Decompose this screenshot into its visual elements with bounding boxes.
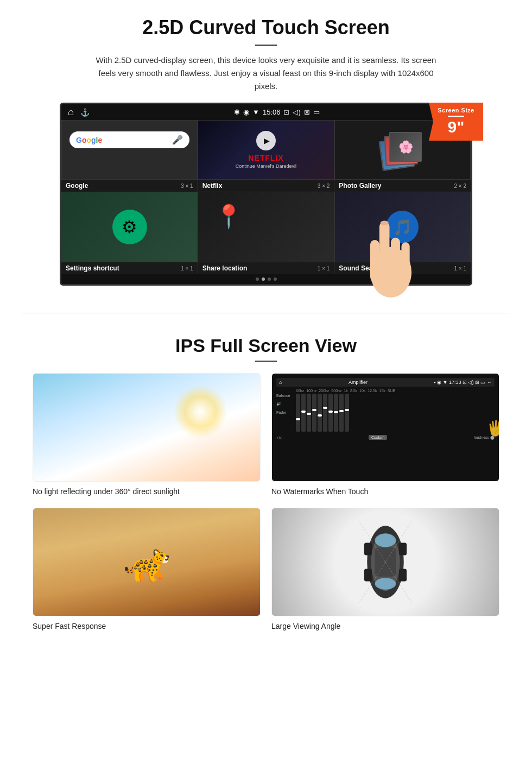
- settings-wrap: ⚙: [62, 192, 197, 262]
- app-row-2: ⚙ 📍 🎵: [61, 192, 471, 262]
- google-label-cell: Google 3 × 1: [61, 180, 198, 192]
- app-labels-row-1: Google 3 × 1 Netflix 3 × 2 Photo Gallery…: [61, 180, 471, 192]
- svg-rect-11: [364, 542, 372, 555]
- amplifier-image: ⌂ Amplifier ▪ ◉ ▼ 17:33 ⊡ ◁) ⊠ ▭ ← 60hz1…: [271, 373, 499, 482]
- page-divider: [22, 313, 510, 313]
- cheetah-caption: Super Fast Response: [33, 621, 261, 632]
- cheetah-visual: 🐆: [33, 508, 260, 616]
- sun-glow: [173, 384, 227, 439]
- amp-back: ◁◁: [276, 436, 282, 440]
- svg-point-8: [375, 534, 396, 547]
- amp-icons: ▪ ◉ ▼ 17:33 ⊡ ◁) ⊠ ▭ ←: [434, 380, 492, 385]
- feature-grid: No light reflecting under 360° direct su…: [33, 373, 499, 632]
- android-screen: ⌂ ⚓ ✱ ◉ ▼ 15:06 ⊡ ◁) ⊠ ▭: [60, 103, 472, 286]
- eq-slider-9[interactable]: [339, 394, 344, 432]
- amp-bottom-bar: ◁◁ Custom loudness ⬤: [276, 435, 495, 440]
- flower-icon: 🌸: [398, 140, 413, 154]
- netflix-label-cell: Netflix 3 × 2: [198, 180, 335, 192]
- car-image: [271, 508, 499, 616]
- eq-slider-1[interactable]: [296, 394, 300, 432]
- status-bar: ⌂ ⚓ ✱ ◉ ▼ 15:06 ⊡ ◁) ⊠ ▭: [61, 104, 471, 120]
- svg-rect-14: [399, 569, 407, 581]
- amplifier-caption: No Watermarks When Touch: [271, 486, 499, 497]
- netflix-play-button[interactable]: [256, 131, 276, 150]
- bluetooth-icon: ✱: [234, 108, 240, 116]
- car-caption: Large Viewing Angle: [271, 621, 499, 632]
- sunlight-visual: [33, 374, 260, 481]
- google-widget[interactable]: Google 🎤: [69, 131, 189, 148]
- status-left: ⌂ ⚓: [68, 106, 90, 118]
- eq-slider-7[interactable]: [328, 394, 333, 432]
- sound-icon: 🎵: [386, 211, 419, 243]
- gallery-size: 2 × 2: [454, 183, 466, 189]
- app-labels-row-2: Settings shortcut 1 × 1 Share location 1…: [61, 262, 471, 274]
- car-top-svg: [353, 519, 418, 605]
- share-bg: 📍: [198, 192, 333, 262]
- sunlight-image: [33, 373, 261, 482]
- share-cell[interactable]: 📍: [198, 192, 334, 262]
- home-icon[interactable]: ⌂: [68, 106, 74, 118]
- dot-2: [262, 277, 265, 281]
- volume-icon: ◁): [293, 108, 300, 116]
- badge-label: Screen Size: [432, 107, 480, 113]
- section1-description: With 2.5D curved-display screen, this de…: [92, 54, 440, 93]
- section-curved-screen: 2.5D Curved Touch Screen With 2.5D curve…: [0, 0, 532, 297]
- eq-slider-4[interactable]: [312, 394, 316, 432]
- eq-slider-2[interactable]: [301, 394, 306, 432]
- amp-sliders-area: Balance 🔊 Fader: [296, 394, 495, 432]
- eq-slider-8[interactable]: [334, 394, 338, 432]
- share-label-cell: Share location 1 × 1: [198, 262, 335, 274]
- feature-cheetah: 🐆 Super Fast Response: [33, 508, 261, 632]
- feature-amplifier: ⌂ Amplifier ▪ ◉ ▼ 17:33 ⊡ ◁) ⊠ ▭ ← 60hz1…: [271, 373, 499, 497]
- netflix-logo: NETFLIX: [248, 154, 283, 162]
- google-label: Google: [66, 182, 88, 190]
- settings-size: 1 × 1: [181, 266, 193, 272]
- window-icon: ▭: [313, 108, 320, 116]
- usb-icon: ⚓: [80, 108, 90, 117]
- svg-rect-12: [399, 542, 407, 555]
- badge-divider: [448, 116, 464, 117]
- netflix-cell[interactable]: NETFLIX Continue Marvel's Daredevil: [198, 120, 334, 180]
- screen-size-badge: Screen Size 9": [429, 103, 483, 141]
- dot-1: [256, 277, 259, 281]
- sound-cell[interactable]: 🎵: [334, 192, 471, 262]
- svg-rect-13: [364, 569, 372, 581]
- sound-size: 1 × 1: [454, 266, 466, 272]
- share-size: 1 × 1: [318, 266, 330, 272]
- sunlight-caption: No light reflecting under 360° direct su…: [33, 486, 261, 497]
- sound-label: Sound Search: [339, 264, 383, 272]
- clock: 15:06: [263, 108, 281, 116]
- svg-point-9: [375, 578, 396, 589]
- gallery-label: Photo Gallery: [339, 182, 381, 190]
- wifi-icon: ▼: [252, 108, 259, 116]
- eq-slider-10[interactable]: [345, 394, 349, 432]
- device-container: Screen Size 9" ⌂ ⚓ ✱ ◉ ▼ 15:06 ⊡ ◁) ⊠: [54, 103, 478, 286]
- app-row-1: Google 🎤 NETFLIX Continue Marvel's Dared…: [61, 120, 471, 180]
- dot-4: [274, 277, 277, 281]
- amp-title: Amplifier: [349, 380, 368, 385]
- eq-slider-6[interactable]: [323, 394, 327, 432]
- amp-topbar: ⌂ Amplifier ▪ ◉ ▼ 17:33 ⊡ ◁) ⊠ ▭ ←: [276, 378, 495, 387]
- settings-label: Settings shortcut: [66, 264, 119, 272]
- microphone-icon[interactable]: 🎤: [172, 135, 183, 145]
- google-logo: Google: [76, 136, 102, 144]
- amp-freq-labels: 60hz100hz200hz500hz1k2.5k10k12.5k15kSUB: [296, 389, 495, 393]
- eq-slider-3[interactable]: [307, 394, 311, 432]
- section2-title: IPS Full Screen View: [33, 335, 499, 356]
- title-divider: [255, 45, 277, 46]
- settings-cell[interactable]: ⚙: [61, 192, 198, 262]
- amplifier-visual: ⌂ Amplifier ▪ ◉ ▼ 17:33 ⊡ ◁) ⊠ ▭ ← 60hz1…: [272, 374, 499, 481]
- maps-icon: 📍: [214, 203, 243, 230]
- status-center: ✱ ◉ ▼ 15:06 ⊡ ◁) ⊠ ▭: [234, 108, 320, 116]
- google-cell[interactable]: Google 🎤: [61, 120, 198, 180]
- badge-size: 9": [432, 119, 480, 135]
- feature-car: Large Viewing Angle: [271, 508, 499, 632]
- eq-slider-5[interactable]: [318, 394, 322, 432]
- close-icon: ⊠: [304, 108, 310, 116]
- gallery-label-cell: Photo Gallery 2 × 2: [334, 180, 471, 192]
- netflix-size: 3 × 2: [318, 183, 330, 189]
- sound-label-cell: Sound Search 1 × 1: [334, 262, 471, 274]
- car-visual: [272, 508, 499, 616]
- amp-custom: Custom: [369, 435, 387, 440]
- photo-card-3: 🌸: [389, 132, 422, 162]
